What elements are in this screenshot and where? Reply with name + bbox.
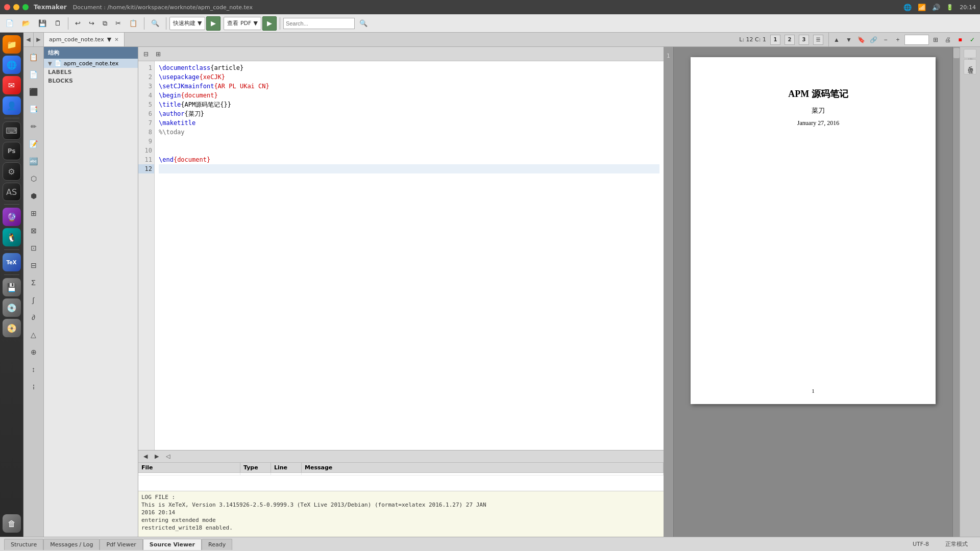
redo-button[interactable]: ↪	[85, 16, 98, 31]
dock-btn-9[interactable]: ⬢	[26, 188, 42, 204]
view-pdf-dropdown[interactable]: 查看 PDF ▼	[224, 17, 261, 30]
close-button[interactable]	[4, 4, 10, 10]
app-icon-teal-app[interactable]: 🐧	[3, 228, 21, 246]
pdf-link-button[interactable]: 🔗	[868, 34, 879, 45]
pdf-fit-button[interactable]: ⊞	[930, 34, 941, 45]
app-icon-terminal[interactable]: ⌨	[3, 121, 21, 140]
tab-next-button[interactable]: ▶	[34, 33, 44, 46]
new-button[interactable]: 📄	[2, 16, 17, 31]
code-content[interactable]: \documentclass{article} \usepackage{xeCJ…	[155, 61, 664, 450]
right-dock-label-1[interactable]: 消客	[964, 49, 976, 58]
ed-unfold-all-button[interactable]: ⊞	[153, 48, 164, 60]
app-icon-more[interactable]: AS	[3, 183, 21, 201]
ed-fold-all-button[interactable]: ⊟	[140, 48, 152, 60]
code-area[interactable]: 1 2 3 4 5 6 7 8 9 10 11	[138, 61, 664, 450]
app-icon-storage3[interactable]: 📀	[3, 319, 21, 337]
pdf-next-page-button[interactable]: ▼	[843, 34, 854, 45]
pdf-print-button[interactable]: 🖨	[942, 34, 953, 45]
open-button[interactable]: 📂	[18, 16, 34, 31]
app-icon-contacts[interactable]: 👤	[3, 96, 21, 115]
pdf-prev-page-button[interactable]: ▲	[831, 34, 842, 45]
pdf-page-num-sidebar: 1	[667, 53, 670, 59]
dock-btn-12[interactable]: ⊡	[26, 240, 42, 256]
structure-header: 结构	[44, 47, 138, 59]
save-button[interactable]: 💾	[35, 16, 50, 31]
tree-item-file[interactable]: ▼ 📄 apm_code_note.tex	[44, 59, 138, 68]
pdf-scrollbar[interactable]	[952, 47, 960, 537]
app-icon-storage1[interactable]: 💾	[3, 278, 21, 296]
pdf-green-button[interactable]: ✓	[967, 34, 978, 45]
dock-btn-16[interactable]: ∂	[26, 309, 42, 325]
app-icon-storage2[interactable]: 💿	[3, 298, 21, 317]
dock-btn-2[interactable]: 📄	[26, 66, 42, 83]
find-button[interactable]: 🔍	[148, 16, 163, 31]
status-tab-structure[interactable]: Structure	[4, 539, 43, 550]
pdf-zoom-input[interactable]: 44%	[904, 35, 929, 45]
app-icon-storage4[interactable]: 🗑	[3, 514, 21, 533]
status-tab-source[interactable]: Source Viewer	[143, 539, 202, 550]
pdf-zoom-out-button[interactable]: −	[880, 34, 891, 45]
line-num-10: 10	[138, 146, 154, 155]
dock-btn-6[interactable]: 📝	[26, 136, 42, 152]
msg-expand-button[interactable]: ▶	[152, 452, 162, 461]
pdf-zoom-in-button[interactable]: +	[892, 34, 903, 45]
tab-main[interactable]: apm_code_note.tex ▼ ✕	[44, 33, 125, 46]
dock-btn-4[interactable]: 📑	[26, 101, 42, 117]
dock-btn-14[interactable]: Σ	[26, 274, 42, 291]
log-panel: LOG FILE : This is XeTeX, Version 3.1415…	[138, 491, 664, 537]
pdf-content[interactable]: APM 源码笔记 菜刀 January 27, 2016 1	[674, 47, 952, 537]
paste-button[interactable]: 📋	[126, 16, 141, 31]
dock-btn-18[interactable]: ⊕	[26, 344, 42, 360]
log-line-1: LOG FILE :	[141, 493, 660, 501]
dock-btn-11[interactable]: ⊠	[26, 222, 42, 239]
pdf-red-button[interactable]: ■	[954, 34, 966, 45]
dock-btn-7[interactable]: 🔤	[26, 153, 42, 169]
message-table-header: File Type Line Message	[138, 463, 664, 473]
dock-btn-19[interactable]: ↕	[26, 361, 42, 378]
msg-collapse-button[interactable]: ◀	[140, 452, 151, 461]
copy-button[interactable]: ⧉	[99, 16, 111, 31]
dock-btn-13[interactable]: ⊟	[26, 257, 42, 273]
app-icon-tex[interactable]: TeX	[3, 253, 21, 271]
search-input[interactable]	[283, 18, 355, 29]
cut-button[interactable]: ✂	[112, 16, 125, 31]
template-button[interactable]: 🗒	[51, 16, 65, 31]
lineinfo-btn-3[interactable]: 3	[799, 35, 809, 45]
pdf-bookmark-button[interactable]: 🔖	[855, 34, 867, 45]
status-tab-pdf[interactable]: Pdf Viewer	[100, 539, 142, 550]
app-icon-browser[interactable]: 🌐	[3, 56, 21, 74]
tree-labels-group: LABELS	[44, 68, 138, 77]
run-button[interactable]: ▶	[206, 16, 220, 31]
lineinfo-btn-1[interactable]: 1	[770, 35, 780, 45]
tab-prev-button[interactable]: ◀	[23, 33, 34, 46]
dock-btn-3[interactable]: ⬛	[26, 84, 42, 100]
search-go-button[interactable]: 🔍	[356, 16, 371, 31]
app-icon-config[interactable]: ⚙	[3, 162, 21, 181]
dock-btn-8[interactable]: ⬡	[26, 170, 42, 187]
app-icon-files[interactable]: 📁	[3, 35, 21, 54]
status-tab-messages[interactable]: Messages / Log	[43, 539, 100, 550]
dock-btn-17[interactable]: △	[26, 327, 42, 343]
tab-dropdown-icon[interactable]: ▼	[107, 36, 111, 43]
dock-btn-1[interactable]: 📋	[26, 49, 42, 65]
right-dock-label-2[interactable]: 管理 ∨	[964, 59, 976, 74]
app-icon-purple-app[interactable]: 🔮	[3, 208, 21, 226]
pdf-scroll-thumb[interactable]	[953, 48, 960, 58]
minimize-button[interactable]	[13, 4, 19, 10]
app-icon-editor[interactable]: Ps	[3, 142, 21, 160]
tab-close-button[interactable]: ✕	[114, 37, 118, 42]
dock-btn-20[interactable]: ⫶	[26, 379, 42, 395]
msg-collapse2-button[interactable]: ◁	[163, 452, 173, 461]
app-icon-email[interactable]: ✉	[3, 76, 21, 94]
undo-button[interactable]: ↩	[71, 16, 84, 31]
maximize-button[interactable]	[22, 4, 29, 10]
quick-build-dropdown[interactable]: 快速构建 ▼	[169, 17, 205, 30]
dock-btn-15[interactable]: ∫	[26, 292, 42, 308]
dock-btn-5[interactable]: ✏	[26, 118, 42, 135]
view-run-button[interactable]: ▶	[262, 16, 277, 31]
window-controls[interactable]	[4, 4, 29, 10]
lineinfo-btn-2[interactable]: 2	[785, 35, 795, 45]
separator-3	[166, 17, 166, 30]
lineinfo-menu-btn[interactable]: ☰	[813, 35, 823, 45]
dock-btn-10[interactable]: ⊞	[26, 205, 42, 221]
